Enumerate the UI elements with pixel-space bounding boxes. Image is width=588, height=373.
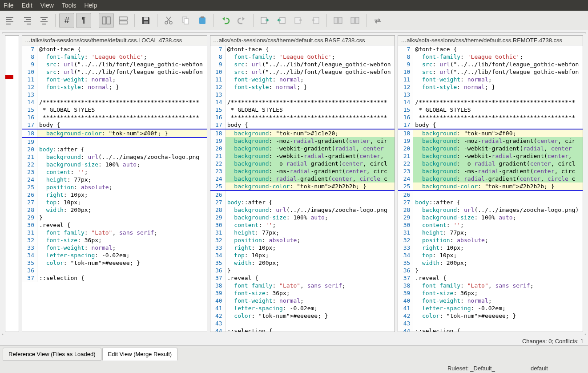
align-left-icon[interactable]: [3, 13, 18, 28]
svg-line-21: [166, 17, 170, 22]
svg-rect-17: [144, 21, 148, 24]
tab-edit-view[interactable]: Edit View (Merge Result): [102, 348, 178, 361]
undo-icon[interactable]: [217, 13, 233, 28]
merge-2-icon[interactable]: [274, 13, 289, 28]
separator: [326, 14, 327, 27]
menu-view[interactable]: View: [40, 2, 54, 9]
menubar: File Edit View Tools Help: [0, 0, 588, 11]
pane-header-remote: …alks/sofa-sessions/css/theme/default.cs…: [398, 36, 583, 45]
svg-rect-31: [338, 17, 342, 24]
pane-remote: …alks/sofa-sessions/css/theme/default.cs…: [398, 35, 583, 332]
statusbar: Ruleset: _Default_ default: [0, 363, 588, 373]
hash-icon[interactable]: #: [59, 13, 74, 28]
separator: [134, 14, 135, 27]
separator: [253, 14, 254, 27]
changes-counter: Changes: 0; Conflicts: 1: [0, 337, 588, 345]
paste-icon[interactable]: [195, 13, 210, 28]
separator: [157, 14, 157, 27]
merge-3-icon[interactable]: [291, 13, 306, 28]
split-vertical-icon[interactable]: [99, 13, 114, 28]
svg-rect-33: [355, 17, 359, 24]
svg-rect-16: [144, 17, 148, 20]
cut-icon[interactable]: [161, 13, 176, 28]
merge-1-icon[interactable]: [257, 13, 272, 28]
pilcrow-icon[interactable]: ¶: [76, 13, 91, 28]
code-local[interactable]: 7@font-face {8 font-family: 'League Goth…: [22, 45, 207, 332]
svg-line-20: [167, 17, 171, 22]
bottom-tabs: Reference View (Files as Loaded) Edit Vi…: [0, 345, 588, 363]
align-center-icon[interactable]: [36, 13, 52, 28]
code-remote[interactable]: 7@font-face {8 font-family: 'League Goth…: [398, 45, 583, 332]
menu-edit[interactable]: Edit: [22, 2, 32, 9]
pane-local: …talks/sofa-sessions/css/theme/default.c…: [22, 35, 207, 332]
merge-4-icon[interactable]: [308, 13, 323, 28]
pane-header-local: …talks/sofa-sessions/css/theme/default.c…: [22, 36, 207, 45]
svg-point-19: [169, 21, 172, 24]
copy-icon[interactable]: [178, 13, 193, 28]
menu-tools[interactable]: Tools: [62, 2, 77, 9]
redo-icon[interactable]: [234, 13, 250, 28]
svg-rect-12: [102, 17, 106, 24]
toolbar: # ¶: [0, 11, 588, 30]
separator: [55, 14, 56, 27]
svg-rect-25: [201, 16, 204, 18]
tab-reference-view[interactable]: Reference View (Files as Loaded): [3, 348, 101, 361]
svg-rect-14: [119, 17, 127, 20]
main-area: …talks/sofa-sessions/css/theme/default.c…: [0, 30, 588, 345]
menu-file[interactable]: File: [4, 2, 14, 9]
svg-rect-32: [351, 17, 354, 24]
sync-icon[interactable]: [370, 13, 385, 28]
svg-rect-30: [334, 17, 338, 24]
svg-rect-15: [119, 21, 127, 24]
code-base[interactable]: 7@font-face {8 font-family: 'League Goth…: [210, 45, 395, 332]
svg-rect-23: [184, 19, 189, 24]
svg-rect-24: [199, 17, 205, 24]
split-horizontal-icon[interactable]: [116, 13, 131, 28]
overview-strip[interactable]: [5, 35, 19, 332]
panes-container: …talks/sofa-sessions/css/theme/default.c…: [2, 32, 586, 335]
align-right-icon[interactable]: [20, 13, 35, 28]
status-ruleset: Ruleset: _Default_: [447, 365, 495, 372]
separator: [366, 14, 366, 27]
separator: [95, 14, 95, 27]
pane-header-base: …alks/sofa-sessions/css/theme/default.cs…: [210, 36, 395, 45]
save-icon[interactable]: [138, 13, 153, 28]
separator: [213, 14, 214, 27]
pane-base: …alks/sofa-sessions/css/theme/default.cs…: [210, 35, 395, 332]
menu-help[interactable]: Help: [84, 2, 97, 9]
diff-2-icon[interactable]: [347, 13, 362, 28]
diff-1-icon[interactable]: [330, 13, 346, 28]
svg-point-18: [165, 21, 168, 24]
svg-rect-13: [107, 17, 110, 24]
status-mode: default: [531, 365, 548, 372]
